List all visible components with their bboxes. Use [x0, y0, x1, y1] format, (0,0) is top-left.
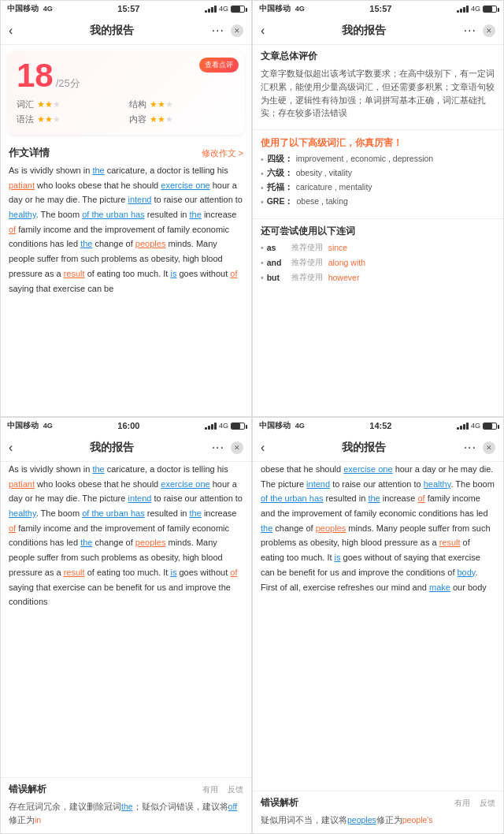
divider-1 — [253, 129, 503, 130]
conn-title: 还可尝试使用以下连词 — [261, 225, 495, 238]
score-label-structure: 结构 — [129, 99, 146, 110]
signal-icon-2 — [457, 6, 469, 13]
more-button-4[interactable]: ··· — [464, 441, 476, 455]
hl-urban-p3: of the urban has — [82, 508, 145, 518]
hl-exercise-p4: exercise one — [343, 464, 392, 474]
score-item-content: 内容 ★★★ — [129, 114, 235, 125]
error-title-3: 错误解析 — [9, 783, 46, 796]
page-title-1: 我的报告 — [90, 24, 134, 38]
more-button-3[interactable]: ··· — [212, 441, 224, 455]
back-button-4[interactable]: ‹ — [261, 441, 265, 455]
back-button-1[interactable]: ‹ — [9, 24, 13, 38]
vocab-words-toefl: caricature , mentality — [296, 182, 372, 192]
hl-is-p3: is — [170, 568, 176, 577]
hl-peoples-p4: peoples — [316, 523, 346, 533]
hl-result-1: result — [64, 269, 85, 278]
score-total: /25分 — [56, 76, 80, 91]
hl-the-1: the — [92, 166, 104, 175]
status-right-1: 4G — [205, 5, 245, 13]
back-button-2[interactable]: ‹ — [261, 24, 265, 38]
more-button-2[interactable]: ··· — [464, 24, 476, 38]
status-bar-1: 中国移动 4G 15:57 4G — [1, 1, 251, 17]
hl-patiant: patiant — [9, 181, 35, 190]
hl-result-p4: result — [439, 538, 461, 547]
stars-vocab: ★★★ — [37, 99, 61, 110]
panel-bottom-right: 中国移动 4G 14:52 4G ‹ 我的报告 ··· ✕ obese that… — [252, 417, 504, 834]
vocab-level-gre: GRE： — [267, 196, 294, 207]
carrier-3: 中国移动 4G — [7, 420, 53, 431]
hl-urban-p4: of the urban has — [261, 493, 324, 503]
conn-alt-and: along with — [328, 258, 365, 267]
vocab-title: 使用了以下高级词汇，你真厉害！ — [261, 136, 495, 150]
network-icon-4: 4G — [471, 422, 480, 430]
err-in: in — [35, 815, 41, 825]
conn-item-as: as 推荐使用 since — [261, 242, 495, 253]
useful-button-3[interactable]: 有用 — [202, 784, 218, 795]
more-button-1[interactable]: ··· — [212, 24, 224, 38]
nav-right-1: ··· ✕ — [212, 24, 243, 38]
carrier-1: 中国移动 4G — [7, 3, 53, 14]
time-2: 15:57 — [369, 4, 391, 13]
feedback-button-3[interactable]: 反馈 — [228, 784, 243, 795]
view-review-button[interactable]: 查看点评 — [199, 58, 239, 73]
close-button-1[interactable]: ✕ — [231, 24, 243, 37]
hl-the-2: the — [190, 210, 202, 219]
err-peoples-correct: people's — [402, 815, 433, 825]
score-item-vocab: 词汇 ★★★ — [17, 99, 123, 110]
eval-title: 文章总体评价 — [261, 50, 495, 63]
hl-of-the-urban: of the urban has — [82, 210, 145, 219]
page-title-4: 我的报告 — [342, 441, 386, 455]
hl-healthy-p4: healthy — [424, 479, 451, 489]
time-1: 15:57 — [117, 4, 139, 13]
connectives-section: 还可尝试使用以下连词 as 推荐使用 since and 推荐使用 along … — [253, 222, 503, 292]
close-button-4[interactable]: ✕ — [483, 441, 495, 454]
hl-the-3: the — [80, 239, 92, 248]
hl-patiant-p3: patiant — [9, 479, 35, 489]
vocab-words-cet4: improvement , economic , depression — [296, 154, 434, 163]
err-peoples: peoples — [347, 815, 376, 825]
essay-title: 作文详情 — [9, 146, 50, 160]
close-button-3[interactable]: ✕ — [231, 441, 243, 454]
stars-grammar: ★★★ — [37, 114, 61, 125]
error-section-4: 错误解析 有用 反馈 疑似用词不当，建议将peoples修正为people's — [253, 791, 503, 833]
vocab-level-cet6: 六级： — [267, 168, 293, 179]
nav-right-2: ··· ✕ — [464, 24, 495, 38]
status-right-2: 4G — [457, 5, 497, 13]
conn-alt-but: however — [328, 273, 360, 282]
stars-content: ★★★ — [150, 114, 173, 125]
conn-word-but: but — [267, 273, 286, 282]
feedback-button-4[interactable]: 反馈 — [480, 798, 495, 809]
vocab-level-toefl: 托福： — [267, 182, 293, 193]
useful-button-4[interactable]: 有用 — [454, 798, 470, 809]
vocab-item-gre: GRE： obese , taking — [261, 196, 495, 207]
nav-bar-4: ‹ 我的报告 ··· ✕ — [253, 434, 503, 462]
back-button-3[interactable]: ‹ — [9, 441, 13, 455]
network-icon-3: 4G — [219, 422, 228, 430]
essay-section-header: 作文详情 修改作文 > — [1, 141, 251, 163]
score-item-structure: 结构 ★★★ — [129, 99, 235, 110]
status-bar-4: 中国移动 4G 14:52 4G — [253, 418, 503, 434]
hl-peoples-p3: peoples — [135, 538, 166, 547]
network-icon-2: 4G — [471, 5, 480, 13]
essay-content-3: As is vividly shown in the caricature, a… — [1, 462, 251, 777]
time-4: 14:52 — [369, 421, 391, 430]
hl-result-p3: result — [64, 568, 85, 577]
vocab-level-cet4: 四级： — [267, 154, 293, 165]
hl-healthy-p3: healthy — [9, 508, 36, 518]
hl-peoples-1: peoples — [135, 239, 166, 248]
conn-item-and: and 推荐使用 along with — [261, 257, 495, 268]
conn-word-as: as — [267, 243, 286, 252]
conn-suggest-as: 推荐使用 — [291, 242, 323, 253]
score-label-grammar: 语法 — [17, 114, 34, 125]
error-text-3: 存在冠词冗余，建议删除冠词the；疑似介词错误，建议将off修正为in — [9, 800, 243, 827]
hl-the-p3-3: the — [80, 538, 92, 547]
hl-exercise-one: exercise one — [161, 181, 209, 190]
network-icon-1: 4G — [219, 5, 228, 13]
modify-essay-button[interactable]: 修改作文 > — [202, 147, 243, 159]
essay-content-1: As is vividly shown in the caricature, a… — [1, 163, 251, 416]
hl-intend-p3: intend — [128, 493, 151, 503]
hl-body-p4: body — [458, 568, 476, 577]
status-right-4: 4G — [457, 422, 497, 430]
vocab-item-cet4: 四级： improvement , economic , depression — [261, 154, 495, 165]
close-button-2[interactable]: ✕ — [483, 24, 495, 37]
